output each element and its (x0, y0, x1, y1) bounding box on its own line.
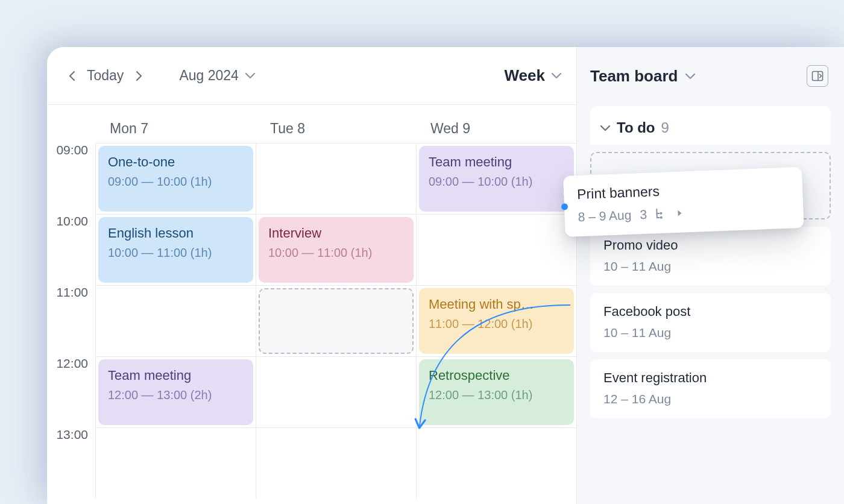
calendar-cell[interactable]: English lesson 10:00 — 11:00 (1h) (95, 214, 256, 285)
view-picker[interactable]: Week (505, 66, 562, 85)
view-label: Week (505, 66, 545, 85)
task-card[interactable]: Facebook post 10 – 11 Aug (590, 293, 831, 352)
day-header-row: Mon 7 Tue 8 Wed 9 (47, 105, 576, 143)
chevron-down-icon (685, 73, 696, 80)
task-card[interactable]: Event registration 12 – 16 Aug (590, 359, 831, 418)
chevron-right-icon (136, 71, 142, 81)
task-date: 8 – 9 Aug (578, 208, 632, 224)
time-label: 12:00 (47, 349, 95, 420)
subtasks-icon (655, 207, 669, 220)
section-header[interactable]: To do 9 (590, 106, 831, 145)
calendar-toolbar: Today Aug 2024 Week (47, 47, 576, 105)
board-toolbar: Team board (577, 47, 844, 105)
event-retrospective[interactable]: Retrospective 12:00 — 13:00 (1h) (419, 359, 574, 425)
drag-handle-dot (561, 203, 568, 210)
day-header: Tue 8 (256, 121, 416, 137)
task-date: 10 – 11 Aug (603, 259, 819, 274)
date-nav: Today (61, 66, 149, 86)
event-time: 10:00 — 11:00 (1h) (268, 246, 404, 260)
event-time: 09:00 — 10:00 (1h) (108, 175, 244, 189)
time-label: 13:00 (47, 420, 95, 491)
event-time: 11:00 — 12:00 (1h) (429, 317, 564, 331)
calendar-cell[interactable]: Interview 10:00 — 11:00 (1h) (256, 214, 416, 285)
event-time: 10:00 — 11:00 (1h) (108, 246, 244, 260)
time-label: 11:00 (47, 278, 95, 349)
event-time: 12:00 — 13:00 (2h) (108, 388, 244, 402)
event-title: English lesson (108, 225, 244, 241)
calendar-cell[interactable]: One-to-one 09:00 — 10:00 (1h) (95, 143, 256, 214)
day-header: Mon 7 (95, 121, 256, 137)
event-team-meeting[interactable]: Team meeting 12:00 — 13:00 (2h) (98, 359, 253, 425)
panel-collapse-icon (811, 70, 824, 82)
event-title: Team meeting (429, 154, 564, 170)
event-title: One-to-one (108, 154, 244, 170)
task-title: Promo video (603, 238, 819, 253)
calendar-panel: Today Aug 2024 Week Mon 7 (47, 47, 576, 504)
event-title: Retrospective (429, 368, 564, 383)
svg-point-3 (660, 216, 663, 219)
dragging-task-card[interactable]: Print banners 8 – 9 Aug 3 (563, 167, 804, 237)
today-button[interactable]: Today (86, 68, 125, 84)
event-title: Interview (268, 225, 404, 241)
task-date: 10 – 11 Aug (603, 326, 819, 340)
section-title: To do (617, 119, 655, 136)
calendar-cell[interactable]: Team meeting 12:00 — 13:00 (2h) (95, 356, 256, 427)
calendar-cell[interactable] (256, 356, 416, 427)
board-section: To do 9 Promo video 10 – 11 Aug Facebook… (577, 105, 844, 423)
event-title: Team meeting (108, 368, 244, 383)
task-title: Print banners (577, 178, 791, 203)
prev-button[interactable] (61, 66, 82, 86)
event-interview[interactable]: Interview 10:00 — 11:00 (1h) (259, 217, 414, 283)
time-label: 10:00 (47, 207, 95, 278)
app-frame: Today Aug 2024 Week Mon 7 (47, 47, 844, 504)
chevron-down-icon (245, 72, 256, 79)
board-panel: Team board To do 9 (576, 47, 844, 504)
calendar-cell[interactable] (95, 427, 256, 499)
calendar-cell[interactable] (95, 285, 256, 356)
calendar-grid: 09:00 One-to-one 09:00 — 10:00 (1h) Team… (47, 143, 576, 499)
calendar-cell[interactable] (256, 285, 416, 356)
svg-point-2 (660, 212, 663, 215)
task-card[interactable]: Promo video 10 – 11 Aug (590, 227, 831, 286)
chevron-down-icon (600, 125, 611, 131)
time-label: 09:00 (47, 136, 95, 207)
day-header: Wed 9 (416, 121, 576, 137)
event-english-lesson[interactable]: English lesson 10:00 — 11:00 (1h) (98, 217, 253, 283)
calendar-cell[interactable] (256, 143, 416, 214)
event-title: Meeting with sp… (429, 297, 564, 312)
event-meeting-speakers[interactable]: Meeting with sp… 11:00 — 12:00 (1h) (419, 288, 574, 354)
board-picker[interactable]: Team board (590, 67, 696, 86)
calendar-cell[interactable] (416, 214, 576, 285)
event-time: 09:00 — 10:00 (1h) (429, 175, 564, 189)
task-title: Facebook post (603, 304, 819, 320)
month-label: Aug 2024 (179, 68, 238, 84)
event-team-meeting[interactable]: Team meeting 09:00 — 10:00 (1h) (419, 146, 574, 212)
calendar-cell[interactable]: Meeting with sp… 11:00 — 12:00 (1h) (416, 285, 576, 356)
chevron-down-icon (551, 72, 562, 79)
collapse-panel-button[interactable] (807, 65, 828, 87)
drop-target[interactable] (259, 288, 414, 354)
event-one-to-one[interactable]: One-to-one 09:00 — 10:00 (1h) (98, 146, 253, 212)
calendar-cell[interactable]: Team meeting 09:00 — 10:00 (1h) (416, 143, 576, 214)
caret-right-icon (677, 209, 684, 217)
event-time: 12:00 — 13:00 (1h) (429, 388, 564, 402)
calendar-cell[interactable] (416, 427, 576, 499)
board-name: Team board (590, 67, 678, 86)
task-date: 12 – 16 Aug (603, 392, 819, 406)
next-button[interactable] (128, 66, 149, 86)
calendar-cell[interactable] (256, 427, 416, 499)
month-picker[interactable]: Aug 2024 (179, 68, 255, 84)
chevron-left-icon (69, 71, 75, 81)
task-title: Event registration (603, 370, 819, 386)
task-meta: 8 – 9 Aug 3 (578, 202, 792, 225)
calendar-cell[interactable]: Retrospective 12:00 — 13:00 (1h) (416, 356, 576, 427)
section-count: 9 (661, 119, 669, 136)
subtask-count: 3 (640, 207, 647, 222)
